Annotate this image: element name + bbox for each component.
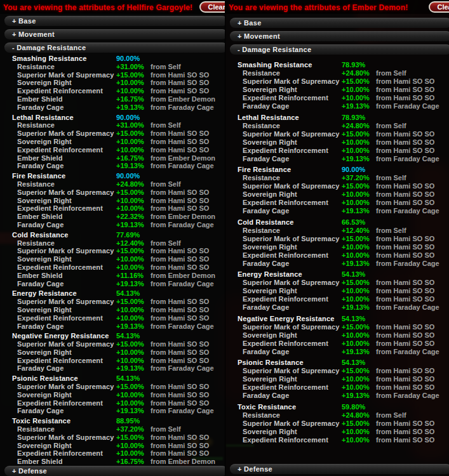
section-bar-defense[interactable]: + Defense	[4, 466, 225, 476]
section-bar-damage-resistance[interactable]: - Damage Resistance	[230, 44, 449, 55]
resistance-block: Psionic Resistance54.13%Superior Mark of…	[225, 359, 449, 400]
buff-label: Faraday Cage	[17, 322, 64, 330]
buff-value: +11.16%	[116, 272, 144, 279]
buff-value: +15.00%	[116, 340, 144, 348]
buff-label: Sovereign Right	[17, 348, 72, 356]
buff-value: +10.00%	[342, 331, 370, 339]
buff-value: +15.00%	[342, 130, 370, 138]
buff-label: Resistance	[17, 425, 55, 433]
buff-label: Superior Mark of Supremacy	[243, 235, 339, 242]
resistance-list: Smashing Resistance78.93%Resistance+24.8…	[225, 61, 449, 447]
section-bar-damage-resistance[interactable]: - Damage Resistance	[4, 43, 225, 53]
resistance-block: Cold Resistance77.69%Resistance+12.40%fr…	[0, 231, 225, 288]
resistance-total-value: 88.95%	[116, 417, 140, 425]
buff-row: Expedient Reinforcement+10.00%from Hami …	[0, 263, 225, 272]
buff-label: Sovereign Right	[17, 391, 72, 399]
resistance-block-header: Lethal Resistance78.93%	[225, 114, 449, 122]
buff-label: Sovereign Right	[17, 306, 72, 314]
buff-value: +10.00%	[342, 375, 370, 383]
buff-value: +10.00%	[116, 204, 144, 212]
buff-source: from Self	[376, 122, 406, 129]
section-bar-defense[interactable]: + Defense	[230, 464, 449, 474]
buff-source: from Faraday Cage	[376, 260, 439, 267]
buff-row: Sovereign Right+10.00%from Hami SO SO	[225, 287, 449, 295]
section-bar-movement[interactable]: + Movement	[230, 31, 449, 41]
buff-label: Faraday Cage	[17, 280, 64, 288]
buff-row: Expedient Reinforcement+10.00%from Hami …	[225, 436, 449, 444]
section-bar-base[interactable]: + Base	[230, 18, 449, 28]
resistance-block: Toxic Resistance88.95%Resistance+37.20%f…	[0, 417, 225, 466]
clear-button[interactable]: Clear	[199, 1, 225, 13]
buff-row: Faraday Cage+19.13%from Faraday Cage	[0, 407, 225, 415]
buff-value: +31.00%	[116, 121, 144, 129]
clear-button[interactable]: Clear	[429, 1, 449, 13]
buff-value: +15.00%	[342, 77, 370, 85]
buff-source: from Hami SO SO	[151, 357, 209, 364]
buff-source: from Hami SO SO	[376, 86, 434, 93]
buff-label: Resistance	[243, 174, 280, 182]
resistance-block-header: Cold Resistance77.69%	[0, 231, 225, 239]
buff-source: from Hami SO SO	[151, 433, 209, 441]
buff-source: from Hami SO SO	[151, 255, 209, 263]
buff-row: Superior Mark of Supremacy+15.00%from Ha…	[0, 340, 225, 348]
buff-source: from Faraday Cage	[376, 155, 439, 162]
buff-label: Expedient Reinforcement	[243, 295, 328, 303]
buff-row: Ember Shield+16.75%from Ember Demon	[0, 95, 225, 103]
section-bar-base[interactable]: + Base	[4, 16, 225, 26]
buff-label: Superior Mark of Supremacy	[243, 323, 339, 331]
buff-row: Resistance+37.20%from Self	[225, 174, 449, 182]
buff-source: from Hami SO SO	[376, 420, 434, 427]
buff-row: Superior Mark of Supremacy+15.00%from Ha…	[225, 420, 449, 428]
buff-source: from Hami SO SO	[151, 442, 209, 449]
buff-value: +10.00%	[116, 391, 144, 399]
buff-row: Superior Mark of Supremacy+15.00%from Ha…	[0, 247, 225, 255]
buff-source: from Faraday Cage	[376, 392, 439, 399]
buff-label: Superior Mark of Supremacy	[243, 77, 339, 85]
buff-label: Sovereign Right	[243, 86, 297, 93]
buff-source: from Faraday Cage	[151, 280, 214, 288]
buff-source: from Ember Demon	[151, 272, 215, 279]
buff-value: +10.00%	[342, 295, 370, 303]
resistance-total-value: 54.13%	[342, 315, 365, 322]
buff-value: +10.00%	[342, 86, 370, 93]
buff-row: Sovereign Right+10.00%from Hami SO SO	[225, 86, 449, 94]
attribute-panel-ember-demon: You are viewing the attributes of Ember …	[225, 0, 449, 476]
buff-value: +15.00%	[342, 323, 370, 331]
buff-row: Superior Mark of Supremacy+15.00%from Ha…	[0, 129, 225, 138]
buff-value: +10.00%	[342, 287, 370, 294]
buff-value: +16.75%	[116, 154, 144, 162]
buff-label: Expedient Reinforcement	[17, 204, 103, 212]
buff-row: Sovereign Right+10.00%from Hami SO SO	[0, 348, 225, 357]
buff-row: Resistance+24.80%from Self	[225, 411, 449, 420]
buff-source: from Self	[376, 411, 406, 419]
buff-value: +15.00%	[342, 235, 370, 242]
resistance-block: Cold Resistance66.53%Resistance+12.40%fr…	[225, 218, 449, 268]
buff-value: +24.80%	[342, 411, 370, 419]
buff-value: +15.00%	[116, 298, 144, 305]
buff-label: Expedient Reinforcement	[243, 383, 328, 391]
buff-source: from Hami SO SO	[151, 247, 209, 255]
section-bar-movement[interactable]: + Movement	[4, 29, 225, 39]
buff-source: from Self	[376, 174, 406, 182]
buff-source: from Self	[151, 239, 181, 247]
buff-row: Sovereign Right+10.00%from Hami SO SO	[0, 306, 225, 314]
buff-row: Faraday Cage+19.13%from Faraday Cage	[0, 364, 225, 373]
buff-row: Superior Mark of Supremacy+15.00%from Ha…	[225, 130, 449, 138]
buff-row: Expedient Reinforcement+10.00%from Hami …	[0, 314, 225, 322]
resistance-category-label: Fire Resistance	[238, 166, 291, 173]
buff-label: Sovereign Right	[243, 243, 297, 251]
buff-row: Resistance+24.80%from Self	[225, 122, 449, 130]
buff-row: Expedient Reinforcement+10.00%from Hami …	[0, 449, 225, 458]
buff-label: Faraday Cage	[243, 348, 289, 355]
buff-source: from Hami SO SO	[376, 279, 434, 286]
buff-row: Expedient Reinforcement+10.00%from Hami …	[0, 399, 225, 407]
buff-row: Faraday Cage+19.13%from Faraday Cage	[0, 280, 225, 288]
buff-label: Ember Shield	[17, 272, 63, 279]
buff-label: Expedient Reinforcement	[243, 199, 328, 206]
resistance-total-value: 54.13%	[342, 270, 365, 278]
buff-row: Faraday Cage+19.13%from Faraday Cage	[225, 260, 449, 268]
resistance-category-label: Psionic Resistance	[238, 359, 304, 366]
resistance-total-value: 90.00%	[342, 166, 365, 173]
buff-value: +19.13%	[342, 392, 370, 399]
resistance-category-label: Toxic Resistance	[238, 403, 296, 411]
